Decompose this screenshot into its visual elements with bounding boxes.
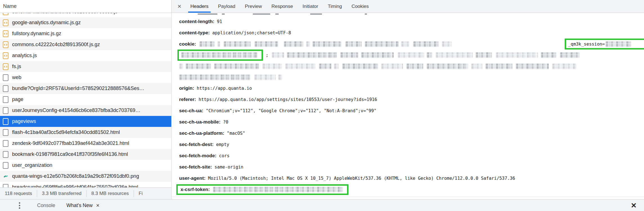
tab-initiator[interactable]: Initiator bbox=[298, 0, 323, 13]
request-name: userJourneysConfig-e4154d6cb6ce837bfba3d… bbox=[12, 107, 140, 113]
header-value: "Chromium";v="112", "Google Chrome";v="1… bbox=[206, 108, 377, 113]
cookie-session-fragment: _qm3k_session= bbox=[568, 42, 605, 47]
request-name: fullstory.dynamic.js.gz bbox=[12, 31, 61, 37]
table-row[interactable]: bookmark-01987f981ca9ce41ff370f35fe6f413… bbox=[0, 149, 171, 160]
header-row: content-length: 91 bbox=[179, 16, 644, 27]
request-name: fs.js bbox=[12, 64, 21, 69]
tab-preview[interactable]: Preview bbox=[240, 0, 267, 13]
header-name: user-agent: bbox=[179, 176, 206, 181]
request-name: breadcrumbs-059f8fe6a995cbf064fac75507bd… bbox=[12, 184, 138, 187]
header-row: content-type: application/json;charset=U… bbox=[179, 27, 644, 39]
script-file-icon bbox=[3, 63, 8, 70]
request-name: user_organization bbox=[12, 162, 52, 168]
name-column-label: Name bbox=[3, 3, 17, 9]
header-value: cors bbox=[219, 153, 229, 158]
header-value: 91 bbox=[217, 19, 222, 24]
document-file-icon bbox=[3, 107, 8, 114]
request-name: flash-4c1ba40af3cc5d94efcfa340cdd81502.h… bbox=[12, 129, 120, 135]
tab-headers[interactable]: Headers bbox=[186, 0, 213, 13]
transferred-size: 3.3 MB transferred bbox=[37, 191, 86, 196]
close-whats-new-icon[interactable]: ✕ bbox=[96, 203, 100, 208]
header-value: https://app.quanta.io bbox=[197, 86, 252, 91]
tab-response[interactable]: Response bbox=[267, 0, 298, 13]
document-file-icon bbox=[3, 129, 8, 136]
header-name: content-length: bbox=[179, 19, 214, 24]
request-name: zendesk-9df0492c077fbab139aef442ab3e3021… bbox=[12, 140, 129, 146]
request-name: quanta-wings-e12e507b206fc8a19a29c872f09… bbox=[12, 173, 139, 179]
header-row: origin: https://app.quanta.io bbox=[179, 83, 644, 94]
close-drawer-icon[interactable]: ✕ bbox=[631, 201, 637, 210]
script-file-icon bbox=[3, 19, 8, 26]
request-list: schemaFilter.bundle.d0fc84c62e956d768cce… bbox=[0, 13, 171, 187]
header-name: sec-ch-ua: bbox=[179, 108, 203, 114]
header-value: Mozilla/5.0 (Macintosh; Intel Mac OS X 1… bbox=[208, 176, 515, 181]
table-row[interactable]: schemaFilter.bundle.d0fc84c62e956d768cce… bbox=[0, 13, 171, 17]
resources-size: 8.3 MB resources bbox=[87, 191, 134, 196]
clipped-header-row bbox=[179, 14, 644, 16]
header-name: sec-fetch-dest: bbox=[179, 142, 213, 147]
header-row: sec-ch-ua-mobile: ?0 bbox=[179, 116, 644, 128]
highlight-box-session-cookie: _qm3k_session= bbox=[565, 39, 644, 50]
document-file-icon bbox=[3, 74, 8, 81]
table-row[interactable]: bundle?OrgId=2RF57&UserId=57852902128885… bbox=[0, 83, 171, 94]
header-name: sec-fetch-site: bbox=[179, 164, 212, 170]
header-name: sec-fetch-mode: bbox=[179, 153, 217, 159]
cookie-line: ; bbox=[179, 50, 644, 61]
table-row-selected[interactable]: pageviews bbox=[0, 116, 171, 127]
name-column-header[interactable]: Name bbox=[0, 0, 171, 13]
summary-clipped-item: Fi bbox=[134, 191, 147, 196]
table-row[interactable]: quanta-wings-e12e507b206fc8a19a29c872f09… bbox=[0, 171, 171, 182]
header-row: referer: https://app.quanta.io/app/setti… bbox=[179, 94, 644, 105]
request-name: commons.c42222c4cb2f8913500f.js.gz bbox=[12, 42, 100, 48]
close-details-button[interactable]: ✕ bbox=[173, 0, 186, 13]
header-name: sec-ch-ua-platform: bbox=[179, 131, 224, 136]
request-name: page bbox=[12, 96, 23, 102]
request-name: google-analytics.dynamic.js.gz bbox=[12, 20, 81, 26]
kebab-menu-icon[interactable] bbox=[19, 202, 20, 209]
requests-count: 118 requests bbox=[0, 191, 37, 196]
table-row[interactable]: web bbox=[0, 72, 171, 83]
tab-timing[interactable]: Timing bbox=[323, 0, 346, 13]
request-name: bundle?OrgId=2RF57&UserId=57852902128885… bbox=[12, 86, 144, 91]
cookie-line: cookie: _qm3k_ses bbox=[179, 39, 644, 50]
drawer-bar: Console What's New ✕ ✕ bbox=[0, 199, 644, 211]
table-row[interactable]: commons.c42222c4cb2f8913500f.js.gz bbox=[0, 39, 171, 50]
document-file-icon bbox=[3, 96, 8, 103]
cookie-line bbox=[179, 72, 644, 83]
script-file-icon bbox=[3, 30, 8, 37]
table-row[interactable]: breadcrumbs-059f8fe6a995cbf064fac75507bd… bbox=[0, 182, 171, 187]
whats-new-tab-label: What's New bbox=[66, 203, 93, 208]
devtools-window: Name schemaFilter.bundle.d0fc84c62e956d7… bbox=[0, 0, 644, 211]
table-row[interactable]: google-analytics.dynamic.js.gz bbox=[0, 17, 171, 28]
header-row: sec-ch-ua: "Chromium";v="112", "Google C… bbox=[179, 105, 644, 116]
drawer-tab-whats-new[interactable]: What's New ✕ bbox=[61, 199, 105, 211]
header-name: content-type: bbox=[179, 30, 210, 36]
header-row: sec-ch-ua-platform: "macOS" bbox=[179, 128, 644, 139]
highlight-box-csrf-token: x-csrf-token: bbox=[176, 184, 348, 195]
cookie-line bbox=[179, 61, 644, 72]
header-name: referer: bbox=[179, 97, 196, 102]
table-row[interactable]: flash-4c1ba40af3cc5d94efcfa340cdd81502.h… bbox=[0, 127, 171, 138]
table-row[interactable]: user_organization bbox=[0, 160, 171, 171]
document-file-icon bbox=[3, 162, 8, 169]
header-value: same-origin bbox=[215, 165, 244, 170]
table-row[interactable]: userJourneysConfig-e4154d6cb6ce837bfba3d… bbox=[0, 105, 171, 116]
header-name: cookie: bbox=[179, 41, 196, 47]
header-value: ?0 bbox=[223, 120, 228, 125]
header-row: sec-fetch-mode: cors bbox=[179, 150, 644, 161]
table-row[interactable]: fs.js bbox=[0, 61, 171, 72]
headers-content: content-length: 91 content-type: applica… bbox=[172, 13, 644, 199]
tab-cookies[interactable]: Cookies bbox=[347, 0, 373, 13]
table-row[interactable]: zendesk-9df0492c077fbab139aef442ab3e3021… bbox=[0, 138, 171, 149]
header-value: https://app.quanta.io/app/settings/sites… bbox=[199, 97, 377, 102]
table-row[interactable]: page bbox=[0, 94, 171, 105]
document-file-icon bbox=[3, 118, 8, 125]
table-row[interactable]: analytics.js bbox=[0, 50, 171, 61]
script-file-icon bbox=[3, 41, 8, 48]
header-name: x-csrf-token: bbox=[181, 187, 210, 192]
tab-payload[interactable]: Payload bbox=[213, 0, 240, 13]
header-row-csrf: x-csrf-token: bbox=[179, 184, 644, 195]
request-name: pageviews bbox=[12, 118, 36, 124]
drawer-tab-console[interactable]: Console bbox=[31, 199, 61, 211]
table-row[interactable]: fullstory.dynamic.js.gz bbox=[0, 28, 171, 39]
